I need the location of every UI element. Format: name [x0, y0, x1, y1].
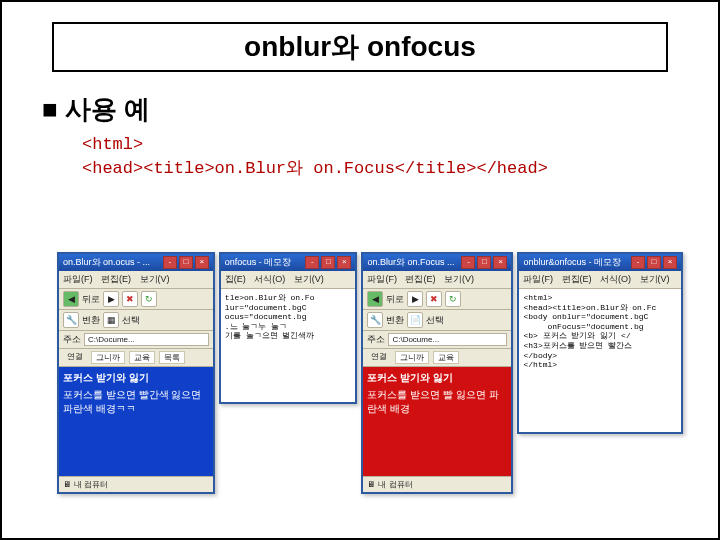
select-icon[interactable]: ▦: [103, 312, 119, 328]
menu-edit[interactable]: 편집(E): [101, 274, 131, 284]
body-text: 포커스를 받으면 빨간색 잃으면 파란색 배경ㅋㅋ: [63, 388, 209, 416]
maximize-button[interactable]: □: [647, 256, 661, 269]
minimize-button[interactable]: -: [461, 256, 475, 269]
code-line: <html>: [82, 133, 708, 157]
code-line: <head><title>on.Blur와 on.Focus</title></…: [82, 157, 708, 181]
menu-view[interactable]: 보기(V): [294, 274, 324, 284]
computer-icon: 🖥: [367, 480, 375, 489]
notepad-text-area[interactable]: <html> <head><title>on.Blur와 on.Fc <body…: [519, 289, 681, 432]
link-item[interactable]: 목록: [159, 351, 185, 364]
maximize-button[interactable]: □: [321, 256, 335, 269]
menu-bar: 파일(F) 편집(E) 보기(V): [363, 271, 511, 289]
body-heading: 포커스 받기와 잃기: [63, 371, 209, 385]
stop-icon[interactable]: ✖: [122, 291, 138, 307]
body-text: 포커스를 받으면 빨 잃으면 파란색 배경: [367, 388, 507, 416]
close-button[interactable]: ×: [493, 256, 507, 269]
refresh-icon[interactable]: ↻: [141, 291, 157, 307]
menu-file[interactable]: 파일(F): [367, 274, 397, 284]
computer-icon: 🖥: [63, 480, 71, 489]
toolbar-2: 🔧변환 📄선택: [363, 310, 511, 331]
window-title: on.Blur와 on.ocus - ...: [63, 256, 150, 269]
menu-format[interactable]: 서식(O): [600, 274, 631, 284]
menu-bar: 파일(F) 편집(E) 서식(O) 보기(V): [519, 271, 681, 289]
menu-edit[interactable]: 집(E): [225, 274, 246, 284]
address-input[interactable]: C:\Docume...: [84, 333, 209, 346]
notepad-window-1: onfocus - 메모장 - □ × 집(E) 서식(O) 보기(V) tle…: [219, 252, 358, 404]
toolbar-2: 🔧변환 ▦선택: [59, 310, 213, 331]
window-titlebar: on.Blur와 on.Focus ... - □ ×: [363, 254, 511, 271]
address-bar-row: 주소 C:\Docume...: [59, 331, 213, 349]
browser-window-red: on.Blur와 on.Focus ... - □ × 파일(F) 편집(E) …: [361, 252, 513, 494]
links-label: 연결: [63, 351, 87, 364]
address-label: 주소: [63, 333, 81, 346]
convert-icon[interactable]: 🔧: [63, 312, 79, 328]
close-button[interactable]: ×: [663, 256, 677, 269]
address-bar-row: 주소 C:\Docume...: [363, 331, 511, 349]
address-input[interactable]: C:\Docume...: [388, 333, 507, 346]
menu-bar: 파일(F) 편집(E) 보기(V): [59, 271, 213, 289]
window-titlebar: on.Blur와 on.ocus - ... - □ ×: [59, 254, 213, 271]
close-button[interactable]: ×: [337, 256, 351, 269]
code-block: <html> <head><title>on.Blur와 on.Focus</t…: [82, 133, 708, 181]
maximize-button[interactable]: □: [179, 256, 193, 269]
menu-edit[interactable]: 편집(E): [562, 274, 592, 284]
doc-icon[interactable]: 📄: [407, 312, 423, 328]
window-controls: - □ ×: [461, 256, 507, 269]
links-bar: 연결 그니까 교육 목록: [59, 349, 213, 367]
link-item[interactable]: 그니까: [395, 351, 429, 364]
window-titlebar: onfocus - 메모장 - □ ×: [221, 254, 356, 271]
maximize-button[interactable]: □: [477, 256, 491, 269]
status-bar: 🖥 내 컴퓨터: [59, 476, 213, 492]
select-label: 선택: [122, 314, 140, 327]
stop-icon[interactable]: ✖: [426, 291, 442, 307]
menu-file[interactable]: 파일(F): [63, 274, 93, 284]
link-item[interactable]: 교육: [129, 351, 155, 364]
links-bar: 연결 그니까 교육: [363, 349, 511, 367]
back-label: 뒤로: [386, 293, 404, 306]
forward-icon[interactable]: ▶: [103, 291, 119, 307]
back-icon[interactable]: ◀: [367, 291, 383, 307]
refresh-icon[interactable]: ↻: [445, 291, 461, 307]
window-title: onblur&onfocus - 메모장: [523, 256, 621, 269]
back-label: 뒤로: [82, 293, 100, 306]
link-item[interactable]: 교육: [433, 351, 459, 364]
links-label: 연결: [367, 351, 391, 364]
doc-label: 선택: [426, 314, 444, 327]
menu-file[interactable]: 파일(F): [523, 274, 553, 284]
notepad-text-area[interactable]: tle>on.Blur와 on.Fo lur="document.bgC ocu…: [221, 289, 356, 402]
back-icon[interactable]: ◀: [63, 291, 79, 307]
slide: onblur와 onfocus ■ 사용 예 <html> <head><tit…: [0, 0, 720, 540]
menu-view[interactable]: 보기(V): [140, 274, 170, 284]
status-bar: 🖥 내 컴퓨터: [363, 476, 511, 492]
menu-edit[interactable]: 편집(E): [405, 274, 435, 284]
close-button[interactable]: ×: [195, 256, 209, 269]
convert-icon[interactable]: 🔧: [367, 312, 383, 328]
window-title: onfocus - 메모장: [225, 256, 292, 269]
convert-label: 변환: [82, 314, 100, 327]
page-body-blue: 포커스 받기와 잃기 포커스를 받으면 빨간색 잃으면 파란색 배경ㅋㅋ: [59, 367, 213, 476]
browser-window-blue: on.Blur와 on.ocus - ... - □ × 파일(F) 편집(E)…: [57, 252, 215, 494]
minimize-button[interactable]: -: [305, 256, 319, 269]
link-item[interactable]: 그니까: [91, 351, 125, 364]
notepad-window-2: onblur&onfocus - 메모장 - □ × 파일(F) 편집(E) 서…: [517, 252, 683, 434]
window-titlebar: onblur&onfocus - 메모장 - □ ×: [519, 254, 681, 271]
window-controls: - □ ×: [305, 256, 351, 269]
toolbar: ◀ 뒤로 ▶ ✖ ↻: [59, 289, 213, 310]
convert-label: 변환: [386, 314, 404, 327]
forward-icon[interactable]: ▶: [407, 291, 423, 307]
status-text: 내 컴퓨터: [74, 479, 108, 490]
minimize-button[interactable]: -: [163, 256, 177, 269]
menu-bar: 집(E) 서식(O) 보기(V): [221, 271, 356, 289]
minimize-button[interactable]: -: [631, 256, 645, 269]
menu-view[interactable]: 보기(V): [640, 274, 670, 284]
toolbar: ◀ 뒤로 ▶ ✖ ↻: [363, 289, 511, 310]
address-label: 주소: [367, 333, 385, 346]
page-body-red: 포커스 받기와 잃기 포커스를 받으면 빨 잃으면 파란색 배경: [363, 367, 511, 476]
menu-format[interactable]: 서식(O): [254, 274, 285, 284]
slide-title: onblur와 onfocus: [52, 22, 668, 72]
body-heading: 포커스 받기와 잃기: [367, 371, 507, 385]
window-controls: - □ ×: [631, 256, 677, 269]
status-text: 내 컴퓨터: [378, 479, 412, 490]
menu-view[interactable]: 보기(V): [444, 274, 474, 284]
bullet-heading: ■ 사용 예: [42, 92, 708, 127]
